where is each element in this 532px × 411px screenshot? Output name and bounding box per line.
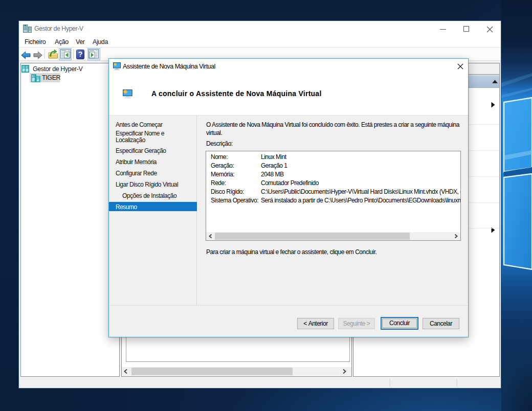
svg-text:?: ? [78,50,83,58]
